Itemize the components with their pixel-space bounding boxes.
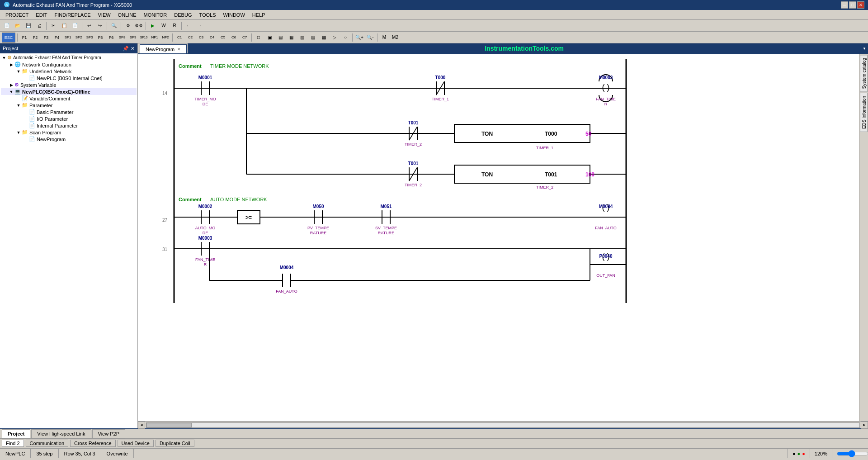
tb-sf8[interactable]: SF8 [117, 33, 127, 43]
menu-debug[interactable]: DEBUG [170, 11, 195, 19]
tb-find[interactable]: 🔍 [109, 21, 119, 31]
tb-zoomout[interactable]: 🔍- [365, 33, 375, 43]
tb-nf1[interactable]: NF1 [150, 33, 160, 43]
tb-save[interactable]: 💾 [24, 21, 33, 31]
tree-variable-comment[interactable]: 📝 Variable/Comment [1, 95, 137, 102]
scroll-right-btn[interactable]: ► [861, 422, 868, 429]
menu-project[interactable]: PROJECT [2, 11, 32, 19]
menu-tools[interactable]: TOOLS [195, 11, 219, 19]
bottom-tab-project[interactable]: Project [2, 429, 30, 438]
tb-sf9[interactable]: SF9 [128, 33, 138, 43]
tb-new[interactable]: 📄 [2, 21, 12, 31]
find-tab-useddevice[interactable]: Used Device [118, 440, 154, 447]
bottom-tab-highspeedlink[interactable]: View High-speed Link [31, 429, 91, 438]
tb-redo[interactable]: ↪ [95, 21, 105, 31]
tree-newplc-cnet[interactable]: 📄 NewPLC [B0S0 Internal Cnet] [1, 75, 137, 81]
tb-c4[interactable]: C4 [207, 33, 217, 43]
tb-write[interactable]: W [159, 21, 169, 31]
tb-box4[interactable]: ▦ [286, 33, 296, 43]
tb-online-connect[interactable]: ▶ [148, 21, 158, 31]
tree-newplc-offline[interactable]: ▼ 💻 NewPLC(XBC-DxxxE)-Offline [1, 88, 137, 95]
tb-box2[interactable]: ▣ [264, 33, 274, 43]
menu-findreplace[interactable]: FIND/REPLACE [51, 11, 94, 19]
minimize-button[interactable]: ─ [841, 1, 848, 9]
tb-esc[interactable]: ESC [2, 33, 15, 43]
tree-root[interactable]: ▼ ⚙ Automatic Exhaust FAN And Timer Prog… [1, 54, 137, 61]
tree-system-variable[interactable]: ▶ ⚙ System Variable [1, 81, 137, 88]
tree-scan-program[interactable]: ▼ 📁 Scan Program [1, 129, 137, 136]
tb-f5[interactable]: F5 [95, 33, 105, 43]
find-tab-find2[interactable]: Find 2 [2, 440, 24, 447]
tab-newprogram[interactable]: NewProgram ✕ [140, 44, 187, 53]
tree-basic-parameter[interactable]: 📄 Basic Parameter [1, 109, 137, 115]
ton-block-1[interactable] [454, 124, 590, 142]
tb-read[interactable]: R [170, 21, 179, 31]
tree-parameter[interactable]: ▼ 📁 Parameter [1, 102, 137, 109]
find-tab-crossref[interactable]: Cross Reference [70, 440, 116, 447]
tb-print[interactable]: 🖨 [34, 21, 44, 31]
h-scrollbar[interactable]: ◄ ► [138, 421, 868, 428]
tb-left-arrow[interactable]: ← [184, 21, 193, 31]
ladder-area[interactable]: Comment TIMER MODE NETWORK 14 M0001 [138, 54, 868, 421]
find-tab-communication[interactable]: Communication [26, 440, 68, 447]
tb-paste[interactable]: 📄 [70, 21, 80, 31]
tb-undo[interactable]: ↩ [84, 21, 94, 31]
tb-triangle[interactable]: ▷ [330, 33, 340, 43]
tb-compile[interactable]: ⚙ [123, 21, 133, 31]
tb-f6[interactable]: F6 [106, 33, 116, 43]
menu-help[interactable]: HELP [249, 11, 269, 19]
tb-f3[interactable]: F3 [41, 33, 51, 43]
maximize-button[interactable]: □ [849, 1, 856, 9]
tb-sf2[interactable]: SF2 [74, 33, 84, 43]
zoom-slider[interactable] [837, 450, 868, 457]
tb-c7[interactable]: C7 [240, 33, 250, 43]
tb-f4[interactable]: F4 [52, 33, 62, 43]
scroll-left-btn[interactable]: ◄ [138, 422, 145, 429]
menu-monitor[interactable]: MONITOR [140, 11, 171, 19]
menu-online[interactable]: ONLINE [114, 11, 140, 19]
tb-cut[interactable]: ✂ [48, 21, 58, 31]
ton-block-2[interactable] [454, 165, 590, 183]
tree-io-parameter[interactable]: 📄 I/O Parameter [1, 115, 137, 122]
tb-c3[interactable]: C3 [196, 33, 206, 43]
h-scroll-thumb[interactable] [146, 423, 192, 427]
tb-monitor2[interactable]: M2 [390, 33, 400, 43]
right-tab-edsinfo[interactable]: EDS information [860, 93, 868, 132]
menu-edit[interactable]: EDIT [32, 11, 51, 19]
project-pin-btn[interactable]: 📌 [123, 46, 129, 52]
tb-open[interactable]: 📂 [13, 21, 23, 31]
tree-internal-parameter[interactable]: 📄 Internal Parameter [1, 122, 137, 129]
status-zoom-slider[interactable] [832, 449, 868, 458]
tb-nf2[interactable]: NF2 [160, 33, 170, 43]
find-tab-duplicatecoil[interactable]: Duplicate Coil [156, 440, 194, 447]
tb-f1[interactable]: F1 [19, 33, 29, 43]
tree-undefined-network[interactable]: ▼ 📁 Undefined Network [1, 68, 137, 75]
tb-sf1[interactable]: SF1 [63, 33, 73, 43]
tb-sf3[interactable]: SF3 [85, 33, 94, 43]
tb-copy[interactable]: 📋 [59, 21, 69, 31]
tb-c6[interactable]: C6 [229, 33, 239, 43]
menu-window[interactable]: WINDOW [220, 11, 249, 19]
project-close-btn[interactable]: ✕ [131, 46, 135, 52]
right-tab-syscatalog[interactable]: System catalog [860, 55, 868, 92]
tb-box1[interactable]: □ [254, 33, 264, 43]
close-button[interactable]: ✕ [857, 1, 864, 9]
tb-monitor1[interactable]: M [379, 33, 389, 43]
tab-overflow-btn[interactable]: ▼ [863, 47, 866, 51]
tb-box5[interactable]: ▧ [297, 33, 307, 43]
tb-circle[interactable]: ○ [340, 33, 350, 43]
tb-f2[interactable]: F2 [30, 33, 40, 43]
tb-c2[interactable]: C2 [185, 33, 195, 43]
tb-box7[interactable]: ▩ [319, 33, 329, 43]
tb-box3[interactable]: ▤ [275, 33, 285, 43]
tb-sf10[interactable]: SF10 [139, 33, 149, 43]
tab-close-btn[interactable]: ✕ [177, 47, 181, 52]
menu-view[interactable]: VIEW [94, 11, 114, 19]
tree-network-config[interactable]: ▶ 🌐 Network Configuration [1, 61, 137, 68]
tb-allcompile[interactable]: ⚙⚙ [134, 21, 144, 31]
tree-newprogram[interactable]: 📄 NewProgram [1, 136, 137, 142]
tb-c1[interactable]: C1 [175, 33, 184, 43]
tb-c5[interactable]: C5 [218, 33, 228, 43]
tb-box6[interactable]: ▨ [308, 33, 318, 43]
tb-zoomin[interactable]: 🔍+ [354, 33, 364, 43]
